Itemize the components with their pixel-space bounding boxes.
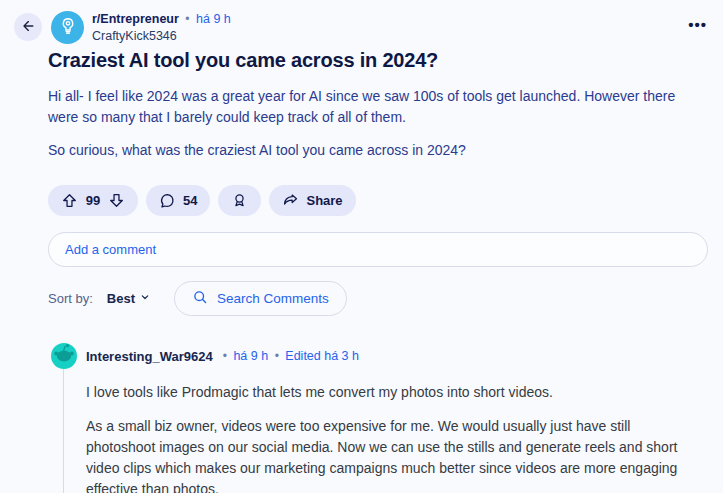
sort-select[interactable]: Best [107, 291, 151, 306]
search-comments-label: Search Comments [217, 291, 329, 306]
comment-body-paragraph: I love tools like Prodmagic that lets me… [86, 382, 703, 403]
meta-separator: • [275, 349, 279, 363]
post-page: r/Entrepreneur • há 9 h CraftyKick5346 •… [0, 0, 723, 493]
post-timestamp: há 9 h [196, 12, 231, 26]
comment-edited-timestamp: Edited há 3 h [285, 349, 359, 363]
vote-pill: 99 [48, 185, 138, 216]
search-icon [192, 289, 208, 308]
comment-bubble-icon [159, 192, 176, 209]
subreddit-avatar[interactable] [51, 11, 84, 44]
post-author[interactable]: CraftyKick5346 [92, 29, 231, 45]
share-arrow-icon [282, 192, 299, 209]
back-arrow-icon [20, 18, 36, 37]
post-action-bar: 99 54 Share [48, 185, 723, 216]
share-label: Share [306, 193, 342, 208]
sort-selected-value: Best [107, 291, 135, 306]
share-button[interactable]: Share [269, 185, 355, 216]
comment-count: 54 [183, 193, 197, 208]
post-more-button[interactable]: ••• [688, 17, 707, 32]
search-comments-button[interactable]: Search Comments [174, 281, 347, 316]
snoo-icon [51, 343, 77, 369]
post-meta: r/Entrepreneur • há 9 h CraftyKick5346 [92, 11, 231, 44]
commenter-name[interactable]: Interesting_War9624 [86, 349, 213, 364]
comment-timestamp: há 9 h [233, 349, 268, 363]
add-comment-input[interactable] [48, 232, 708, 267]
post-body-paragraph: Hi all- I feel like 2024 was a great yea… [48, 86, 685, 127]
comment-sort-bar: Sort by: Best Search Comments [48, 281, 723, 316]
comment-body-paragraph: As a small biz owner, videos were too ex… [86, 416, 703, 493]
comments-button[interactable]: 54 [146, 185, 210, 216]
comment-header: Interesting_War9624 • há 9 h • Edited há… [51, 343, 723, 369]
subreddit-name[interactable]: r/Entrepreneur [92, 12, 179, 26]
meta-separator: • [185, 12, 189, 26]
award-ribbon-icon [231, 192, 248, 209]
commenter-avatar[interactable] [51, 343, 77, 369]
upvote-icon[interactable] [61, 192, 78, 209]
back-button[interactable] [14, 13, 42, 41]
lightbulb-icon [58, 16, 78, 40]
post-body-paragraph: So curious, what was the craziest AI too… [48, 140, 685, 160]
post-vote-count: 99 [85, 193, 101, 208]
meta-separator: • [223, 349, 227, 363]
post-header: r/Entrepreneur • há 9 h CraftyKick5346 •… [0, 0, 723, 44]
post-title: Craziest AI tool you came across in 2024… [48, 49, 683, 72]
award-button[interactable] [218, 185, 261, 216]
downvote-icon[interactable] [108, 192, 125, 209]
comment-item: Interesting_War9624 • há 9 h • Edited há… [0, 343, 723, 493]
chevron-down-icon [139, 291, 151, 306]
sort-by-label: Sort by: [48, 291, 93, 306]
